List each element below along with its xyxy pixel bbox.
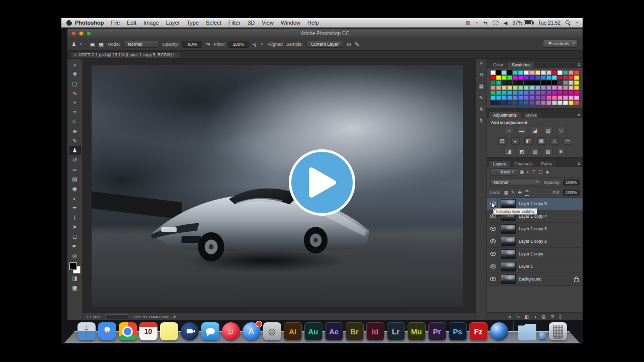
swatch-3-8[interactable] [535, 85, 540, 90]
menu-clock[interactable]: Tue 21:52 [538, 20, 560, 26]
zoom-tool-icon[interactable]: ◎ [69, 251, 81, 260]
tab-adjustments[interactable]: Adjustments [489, 112, 521, 118]
swatch-3-1[interactable] [496, 85, 501, 90]
swatch-4-15[interactable] [574, 90, 579, 95]
tab-close-icon[interactable]: × [74, 52, 76, 57]
brush-panel-icon[interactable]: ✎ [479, 95, 483, 101]
screen-mode-icon[interactable]: ▣ [69, 283, 81, 293]
swatch-3-3[interactable] [507, 85, 512, 90]
tab-layers[interactable]: Layers [489, 161, 510, 167]
layer-visibility-toggle[interactable] [489, 223, 498, 235]
swatch-2-11[interactable] [552, 80, 557, 85]
swatch-1-15[interactable] [574, 75, 579, 80]
menu-item-layer[interactable]: Layer [166, 20, 180, 26]
clone-stamp-tool-icon[interactable]: ♟ [69, 146, 81, 155]
lock-icon-2[interactable]: ✚ [518, 190, 522, 195]
swatch-3-5[interactable] [518, 85, 523, 90]
adjustment-icon-2-4[interactable]: ≡ [557, 148, 566, 155]
swatch-2-4[interactable] [513, 80, 518, 85]
menu-item-image[interactable]: Image [143, 20, 159, 26]
swatch-4-12[interactable] [557, 90, 562, 95]
swatch-1-5[interactable] [518, 75, 523, 80]
swatch-4-8[interactable] [535, 90, 540, 95]
swatch-5-0[interactable] [491, 96, 496, 100]
swatch-0-11[interactable] [552, 70, 557, 75]
dock-itunes-icon[interactable]: ♫ [222, 322, 240, 340]
swatch-5-13[interactable] [563, 96, 568, 100]
swatch-0-13[interactable] [563, 70, 568, 75]
adjustment-icon-1-2[interactable]: ◧ [524, 137, 533, 145]
lock-all-icon[interactable] [525, 192, 529, 196]
adjustment-icon-1-4[interactable]: ◬ [550, 137, 559, 145]
adjustment-icon-1-0[interactable]: ▤ [498, 137, 507, 145]
gradient-tool-icon[interactable]: ▤ [69, 174, 81, 184]
opacity-field[interactable]: 80% [182, 41, 202, 48]
dock-app-store-icon[interactable]: A [243, 322, 261, 340]
swatch-1-1[interactable] [496, 75, 501, 80]
hand-tool-icon[interactable]: ☛ [69, 241, 81, 251]
tool-preset-caret[interactable]: ▾ [80, 42, 82, 46]
swatch-0-1[interactable] [496, 70, 501, 75]
adjustment-icon-0-4[interactable]: ▽ [557, 127, 566, 134]
ignore-adjustment-icon[interactable]: ⊘ [347, 41, 351, 48]
swatch-3-14[interactable] [569, 85, 574, 90]
dock-premiere-icon[interactable]: Pr [428, 322, 446, 340]
layers-opacity-value[interactable]: 100% [563, 179, 580, 186]
swatch-5-2[interactable] [502, 96, 507, 100]
menu-item-type[interactable]: Type [187, 20, 199, 26]
swatch-3-6[interactable] [524, 85, 529, 90]
swatch-3-12[interactable] [557, 85, 562, 90]
document-image[interactable] [92, 65, 463, 307]
crop-tool-icon[interactable]: ⌗ [69, 108, 81, 117]
swatch-6-7[interactable] [529, 101, 534, 105]
swatch-0-12[interactable] [557, 70, 562, 75]
swatch-0-10[interactable] [546, 70, 551, 75]
swatch-2-13[interactable] [563, 80, 568, 85]
swatch-5-10[interactable] [546, 96, 551, 100]
tab-styles[interactable]: Styles [521, 112, 541, 118]
type-tool-icon[interactable]: T [69, 213, 81, 222]
layer-thumbnail[interactable] [501, 224, 516, 234]
swatch-2-7[interactable] [529, 80, 534, 85]
mode-dropdown[interactable]: Normal [123, 41, 158, 48]
tab-channels[interactable]: Channels [511, 161, 537, 167]
layer-row[interactable]: Background [487, 273, 583, 286]
foreground-color-swatch[interactable] [69, 262, 77, 270]
swatch-5-8[interactable] [535, 96, 540, 100]
swatch-1-4[interactable] [513, 75, 518, 80]
swatch-1-2[interactable] [502, 75, 507, 80]
layer-filter-icon-2[interactable]: T [532, 169, 535, 174]
swatch-5-11[interactable] [552, 96, 557, 100]
swatch-5-6[interactable] [524, 96, 529, 100]
history-panel-icon[interactable]: ⟲ [479, 72, 483, 77]
swatch-0-15[interactable] [574, 70, 579, 75]
expand-panels-icon[interactable]: » [480, 60, 483, 66]
layer-filter-icon-3[interactable]: ▢ [538, 169, 543, 174]
swatch-3-7[interactable] [529, 85, 534, 90]
swatch-4-2[interactable] [502, 90, 507, 95]
swatch-6-4[interactable] [513, 101, 518, 105]
swatch-0-4[interactable] [513, 70, 518, 75]
swatch-4-13[interactable] [563, 90, 568, 95]
swatch-0-8[interactable] [535, 70, 540, 75]
wifi-icon[interactable] [493, 21, 499, 25]
dock-muse-icon[interactable]: Mu [408, 322, 426, 340]
panel-menu-icon[interactable]: ≣ [577, 62, 581, 68]
layer-visibility-toggle[interactable] [489, 273, 498, 285]
lock-icon-1[interactable]: ✎ [511, 190, 515, 195]
swatch-6-0[interactable] [491, 101, 496, 105]
opacity-pressure-icon[interactable]: ✑ [206, 41, 210, 48]
adjustment-icon-0-0[interactable]: ☼ [505, 127, 513, 134]
layer-thumbnail[interactable] [501, 275, 516, 284]
swatch-4-14[interactable] [569, 90, 574, 95]
swatch-4-9[interactable] [541, 90, 546, 95]
aligned-checkbox[interactable]: ✓ [260, 42, 264, 47]
swatch-1-8[interactable] [535, 75, 540, 80]
collapse-tools-icon[interactable]: » [69, 60, 81, 69]
brush-preset-icon[interactable]: ▣ [90, 41, 95, 48]
swatch-5-4[interactable] [513, 96, 518, 100]
notification-center-icon[interactable]: ≡ [576, 20, 579, 26]
swatch-0-5[interactable] [518, 70, 523, 75]
panel-menu-icon[interactable]: ≣ [577, 161, 581, 167]
adjustment-icon-2-3[interactable]: ▨ [544, 148, 552, 155]
